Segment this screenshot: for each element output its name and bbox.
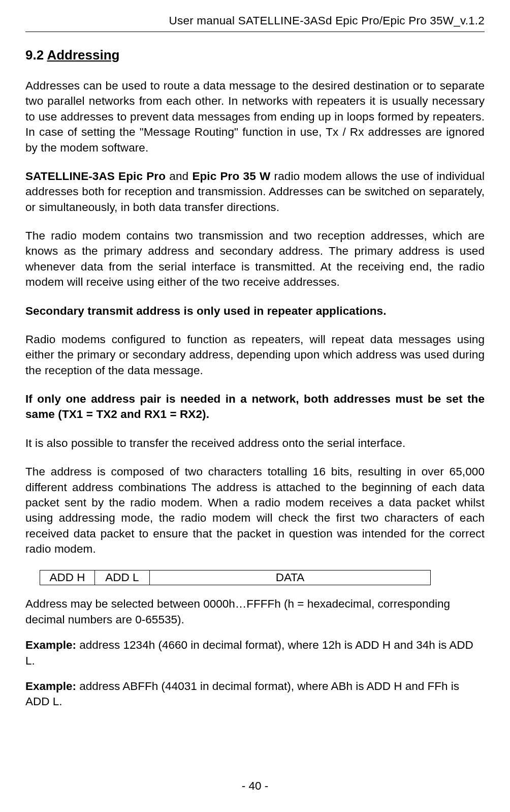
model-name-1: SATELLINE-3AS Epic Pro — [25, 170, 166, 183]
model-name-2: Epic Pro 35 W — [192, 170, 270, 183]
paragraph-intro: Addresses can be used to route a data me… — [25, 78, 485, 156]
paragraph-repeaters: Radio modems configured to function as r… — [25, 332, 485, 378]
address-packet-table: ADD H ADD L DATA — [40, 570, 431, 585]
page-number: - 40 - — [242, 779, 269, 792]
section-heading: 9.2 Addressing — [25, 47, 485, 63]
paragraph-example-1: Example: address 1234h (4660 in decimal … — [25, 638, 485, 669]
cell-add-h: ADD H — [40, 570, 95, 585]
section-number: 9.2 — [25, 47, 44, 63]
cell-data: DATA — [150, 570, 431, 585]
paragraph-serial-transfer: It is also possible to transfer the rece… — [25, 436, 485, 451]
page-footer: - 40 - — [0, 779, 510, 793]
cell-add-l: ADD L — [95, 570, 150, 585]
paragraph-secondary-note: Secondary transmit address is only used … — [25, 304, 485, 319]
header-text: User manual SATELLINE-3ASd Epic Pro/Epic… — [169, 14, 485, 27]
paragraph-models: SATELLINE-3AS Epic Pro and Epic Pro 35 W… — [25, 169, 485, 215]
paragraph-addresses: The radio modem contains two transmissio… — [25, 228, 485, 290]
table-row: ADD H ADD L DATA — [40, 570, 431, 585]
example-label-1: Example: — [25, 639, 76, 651]
paragraph-example-2: Example: address ABFFh (44031 in decimal… — [25, 679, 485, 710]
example-label-2: Example: — [25, 680, 76, 693]
section-title: Addressing — [47, 47, 119, 63]
paragraph-composition: The address is composed of two character… — [25, 464, 485, 557]
paragraph-single-pair: If only one address pair is needed in a … — [25, 392, 485, 423]
header-divider — [25, 32, 485, 32]
paragraph-range: Address may be selected between 0000h…FF… — [25, 596, 485, 627]
document-header: User manual SATELLINE-3ASd Epic Pro/Epic… — [25, 14, 485, 27]
